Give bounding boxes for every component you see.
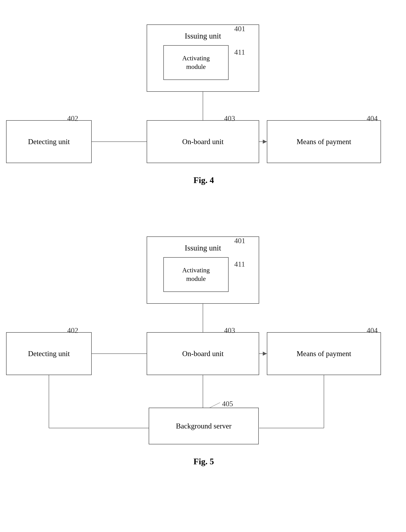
ref-403-fig5: 403 <box>224 326 235 335</box>
onboard-unit-box-fig4: On-board unit <box>147 120 259 163</box>
fig5-caption: Fig. 5 <box>183 457 224 466</box>
fig4-caption: Fig. 4 <box>183 175 224 185</box>
svg-marker-4 <box>263 140 267 144</box>
ref-404-fig5: 404 <box>367 326 378 335</box>
background-server-box-fig5: Background server <box>149 408 259 444</box>
ref-411-fig4: 411 <box>234 48 245 56</box>
detecting-unit-box-fig5: Detecting unit <box>6 332 92 375</box>
ref-401-fig4: 401 <box>234 24 245 33</box>
detecting-unit-box-fig4: Detecting unit <box>6 120 92 163</box>
means-of-payment-label-fig4: Means of payment <box>297 137 351 147</box>
ref-403-fig4: 403 <box>224 114 235 123</box>
detecting-unit-label-fig5: Detecting unit <box>28 349 70 359</box>
detecting-unit-label-fig4: Detecting unit <box>28 137 70 147</box>
ref-402-fig4: 402 <box>67 114 78 123</box>
ref-405-fig5: 405 <box>222 399 233 408</box>
ref-402-fig5: 402 <box>67 326 78 335</box>
ref-401-fig5: 401 <box>234 236 245 245</box>
activating-module-box-fig5: Activatingmodule <box>163 257 229 292</box>
onboard-unit-label-fig5: On-board unit <box>182 349 224 359</box>
means-of-payment-box-fig4: Means of payment <box>267 120 381 163</box>
svg-marker-14 <box>263 352 267 356</box>
activating-module-label-fig5: Activatingmodule <box>182 266 210 283</box>
issuing-unit-box-fig5: Issuing unit Activatingmodule <box>147 236 259 304</box>
issuing-unit-box-fig4: Issuing unit Activatingmodule <box>147 24 259 92</box>
means-of-payment-label-fig5: Means of payment <box>297 349 351 359</box>
onboard-unit-box-fig5: On-board unit <box>147 332 259 375</box>
activating-module-box-fig4: Activatingmodule <box>163 45 229 80</box>
ref-404-fig4: 404 <box>367 114 378 123</box>
ref-411-fig5: 411 <box>234 260 245 268</box>
background-server-label-fig5: Background server <box>176 421 232 431</box>
means-of-payment-box-fig5: Means of payment <box>267 332 381 375</box>
onboard-unit-label-fig4: On-board unit <box>182 137 224 147</box>
activating-module-label-fig4: Activatingmodule <box>182 54 210 71</box>
